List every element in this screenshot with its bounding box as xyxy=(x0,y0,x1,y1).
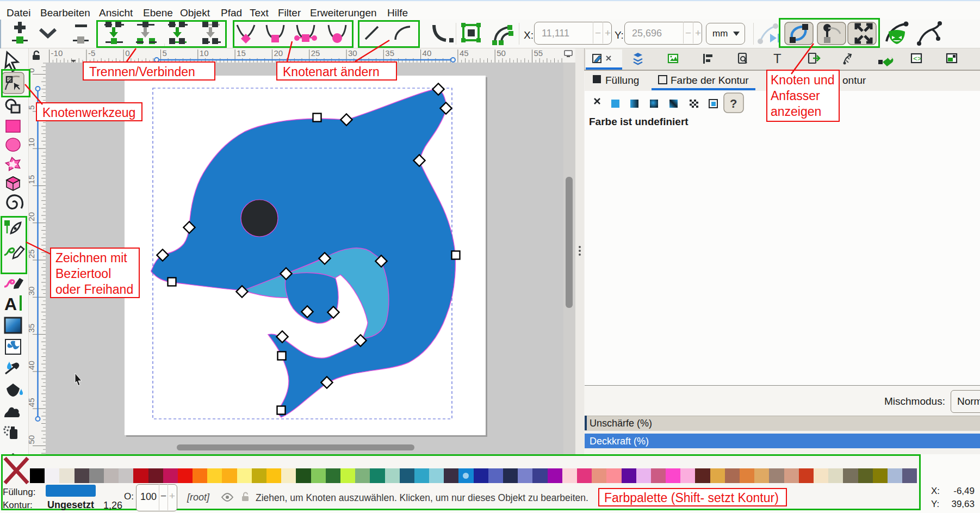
svg-text:20: 20 xyxy=(274,48,283,58)
svg-text:25: 25 xyxy=(311,48,320,58)
svg-text:10: 10 xyxy=(29,138,36,147)
svg-text:0: 0 xyxy=(125,48,129,58)
svg-text:35: 35 xyxy=(385,48,394,58)
svg-text:15: 15 xyxy=(237,48,246,58)
svg-text:25: 25 xyxy=(29,249,36,258)
svg-text:<>: <> xyxy=(913,55,922,63)
svg-text:10: 10 xyxy=(200,48,209,58)
svg-text:A: A xyxy=(4,294,17,314)
svg-text:40: 40 xyxy=(423,48,432,58)
svg-text:15: 15 xyxy=(29,175,36,184)
svg-text:45: 45 xyxy=(460,48,469,58)
svg-text:-5: -5 xyxy=(88,48,95,58)
svg-text:30: 30 xyxy=(29,287,36,296)
svg-text:20: 20 xyxy=(29,212,36,221)
svg-text:5: 5 xyxy=(163,48,167,58)
svg-text:50: 50 xyxy=(29,435,36,444)
svg-text:50: 50 xyxy=(497,48,506,58)
svg-text:T: T xyxy=(773,51,781,66)
svg-text:40: 40 xyxy=(29,361,36,370)
svg-text:5: 5 xyxy=(29,105,36,109)
svg-text:35: 35 xyxy=(29,324,36,333)
svg-text:55: 55 xyxy=(534,48,543,58)
svg-text:0: 0 xyxy=(29,68,36,72)
svg-text:30: 30 xyxy=(348,48,357,58)
svg-text:?: ? xyxy=(730,97,737,110)
svg-text:45: 45 xyxy=(29,398,36,407)
svg-text:-10: -10 xyxy=(51,48,63,58)
